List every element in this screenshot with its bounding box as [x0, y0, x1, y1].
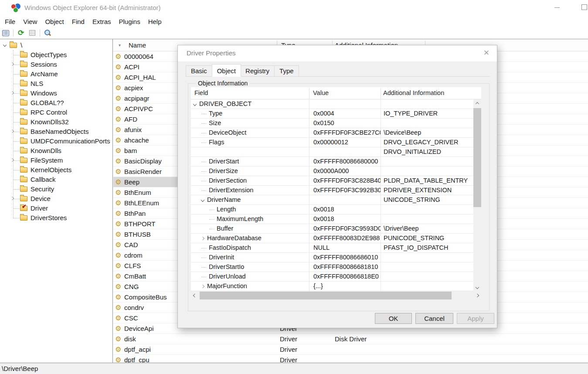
scroll-right-icon[interactable] — [473, 291, 481, 300]
maximize-icon[interactable] — [581, 4, 587, 10]
refresh-icon[interactable]: ⟳ — [15, 28, 27, 38]
tree-connector — [201, 267, 207, 268]
vertical-scrollbar[interactable] — [473, 99, 481, 291]
tree-item-device[interactable]: Device — [0, 194, 113, 204]
check-mark-icon: ✔ — [22, 204, 27, 209]
horizontal-scrollbar-thumb[interactable] — [200, 292, 452, 299]
table-row[interactable]: DriverInit0xFFFFF80086686010 — [191, 253, 473, 262]
field-cell: DriverUnload — [191, 272, 309, 281]
field-label: HardwareDatabase — [207, 235, 262, 241]
value-cell: 0xFFFFF80083D2E988 — [309, 234, 381, 243]
list-item-dptf-acpi[interactable]: ⚙dptf_acpiDriver — [113, 344, 588, 355]
tree-item-driverstores[interactable]: DriverStores — [0, 213, 113, 223]
scroll-down-icon[interactable] — [473, 283, 481, 291]
ok-button[interactable]: OK — [375, 313, 412, 324]
additional-info-cell — [381, 282, 473, 291]
horizontal-scrollbar[interactable] — [191, 291, 481, 300]
tree-connector — [209, 210, 214, 210]
table-row[interactable]: FastIoDispatchNULLPFAST_IO_DISPATCH — [191, 243, 473, 253]
chevron-right-icon[interactable] — [10, 91, 14, 95]
chevron-right-icon[interactable] — [10, 62, 14, 66]
apply-button[interactable]: Apply — [457, 313, 494, 324]
tree-item-nls[interactable]: NLS — [0, 79, 113, 88]
close-icon[interactable]: × — [479, 47, 493, 60]
tree-item-arcname[interactable]: ArcName — [0, 69, 113, 79]
col-additional-information[interactable]: Additional Information — [383, 89, 444, 96]
tree-connector — [201, 133, 207, 133]
column-separator[interactable] — [381, 88, 381, 99]
table-row[interactable]: Buffer0xFFFFDF0F3C9593D0\Driver\Beep — [191, 224, 473, 234]
chevron-right-icon[interactable] — [10, 197, 14, 200]
tab-type[interactable]: Type — [275, 65, 299, 77]
tree-connector — [14, 208, 20, 209]
tree-item-knowndlls[interactable]: KnownDlls — [0, 146, 113, 156]
menu-item-find[interactable]: Find — [68, 17, 88, 26]
table-row[interactable]: DriverSize0x0000A000 — [191, 167, 473, 176]
menu-item-help[interactable]: Help — [144, 17, 166, 26]
cancel-button[interactable]: Cancel — [415, 313, 453, 324]
table-row[interactable]: DRIVER_OBJECT — [191, 99, 473, 109]
tree-item-rpc-control[interactable]: RPC Control — [0, 108, 113, 117]
vertical-scrollbar-thumb[interactable] — [473, 108, 481, 207]
table-row[interactable]: Length0x0018 — [191, 205, 473, 214]
minimize-icon[interactable] — [554, 7, 560, 8]
chevron-right-icon[interactable] — [201, 237, 204, 240]
table-row[interactable]: MaximumLength0x0018 — [191, 214, 473, 224]
table-row[interactable]: Flags0x00000012DRVO_LEGACY_DRIVER — [191, 138, 473, 147]
table-row[interactable]: DRVO_INITIALIZED — [191, 147, 473, 157]
tab-object[interactable]: Object — [212, 64, 241, 77]
tree-connector — [201, 277, 207, 277]
chevron-right-icon[interactable] — [201, 285, 204, 288]
tree-item-driver[interactable]: ✔Driver — [0, 204, 113, 213]
list-item-disk[interactable]: ⚙diskDriverDisk Driver — [113, 334, 588, 344]
list-item-name: CNG — [124, 282, 139, 292]
menu-item-extras[interactable]: Extras — [88, 17, 115, 26]
col-value[interactable]: Value — [313, 89, 329, 96]
tree-item-security[interactable]: Security — [0, 184, 113, 194]
table-row[interactable]: DriverNameUNICODE_STRING — [191, 195, 473, 205]
table-row[interactable]: DriverStartIo0xFFFFF80086681810 — [191, 262, 473, 272]
column-header-name[interactable]: Name — [129, 41, 146, 49]
table-row[interactable]: MajorFunction{...} — [191, 282, 473, 291]
tab-registry[interactable]: Registry — [241, 65, 275, 77]
column-separator[interactable] — [309, 88, 309, 99]
chevron-right-icon[interactable] — [10, 158, 14, 162]
tree-item-kernelobjects[interactable]: KernelObjects — [0, 165, 113, 175]
menu-item-view[interactable]: View — [19, 17, 41, 26]
gear-icon: ⚙ — [115, 72, 121, 83]
table-row[interactable]: HardwareDatabase0xFFFFF80083D2E988PUNICO… — [191, 234, 473, 243]
chevron-down-icon[interactable] — [193, 102, 197, 106]
scroll-up-icon[interactable] — [473, 99, 481, 107]
tree-item-filesystem[interactable]: FileSystem — [0, 156, 113, 165]
find-object-icon[interactable] — [42, 28, 53, 38]
tree-item-objecttypes[interactable]: ObjectTypes — [0, 50, 113, 60]
properties-icon[interactable] — [0, 28, 11, 38]
tree-item-knowndlls32[interactable]: KnownDlls32 — [0, 117, 113, 127]
tree-root-item[interactable]: \ — [0, 41, 113, 50]
tree-item-callback[interactable]: Callback — [0, 175, 113, 184]
tree-item-umdfcommunicationports[interactable]: UMDFCommunicationPorts — [0, 136, 113, 146]
menu-item-plugins[interactable]: Plugins — [115, 17, 144, 26]
table-row[interactable]: DriverSection0xFFFFDF0F3C828B40PLDR_DATA… — [191, 176, 473, 186]
chevron-right-icon[interactable] — [10, 129, 14, 133]
scroll-left-icon[interactable] — [191, 291, 199, 300]
menu-item-file[interactable]: File — [1, 17, 19, 26]
chevron-down-icon[interactable] — [3, 43, 7, 47]
tree-item-sessions[interactable]: Sessions — [0, 60, 113, 69]
menu-item-object[interactable]: Object — [41, 17, 68, 26]
tree-item-windows[interactable]: Windows — [0, 88, 113, 98]
table-row[interactable]: Type0x0004IO_TYPE_DRIVER — [191, 109, 473, 119]
table-row[interactable]: DriverStart0xFFFFF80086680000 — [191, 157, 473, 167]
value-cell — [309, 99, 381, 109]
list-item-dptf-cpu[interactable]: ⚙dptf_cpuDriver — [113, 355, 588, 363]
table-row[interactable]: DriverUnload0xFFFFF800866818E0 — [191, 272, 473, 282]
table-row[interactable]: DeviceObject0xFFFFDF0F3CBE27C0\Device\Be… — [191, 128, 473, 138]
tab-basic[interactable]: Basic — [186, 65, 212, 77]
table-row[interactable]: Size0x0150 — [191, 119, 473, 128]
chevron-down-icon[interactable] — [201, 198, 204, 202]
table-row[interactable]: DriverExtension0xFFFFDF0F3C992B30PDRIVER… — [191, 186, 473, 195]
tree-item-global-[interactable]: GLOBAL?? — [0, 98, 113, 108]
col-field[interactable]: Field — [194, 89, 208, 96]
tree-item-basenamedobjects[interactable]: BaseNamedObjects — [0, 127, 113, 136]
grid-view-icon[interactable] — [27, 28, 38, 38]
